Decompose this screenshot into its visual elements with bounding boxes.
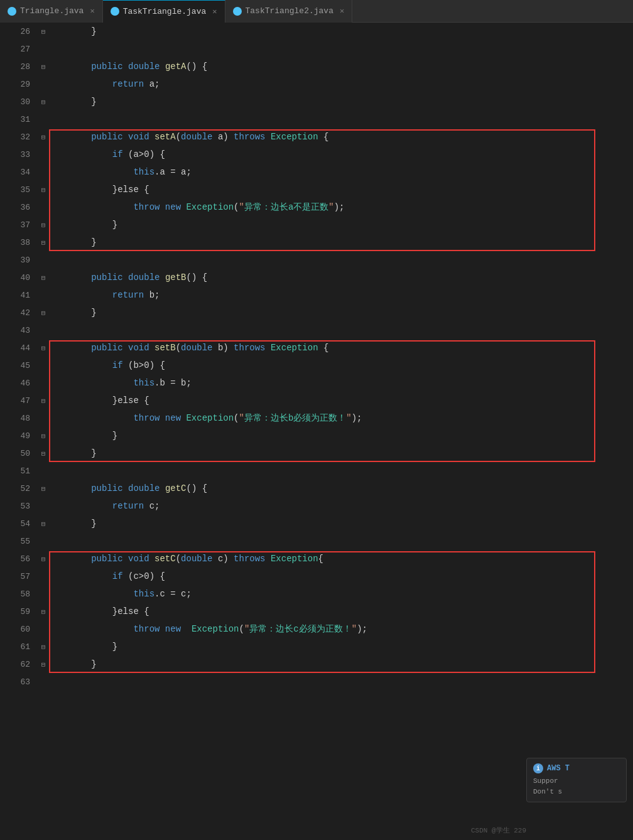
line-num: 53 <box>0 502 38 511</box>
line-row: 56 ⊟ public void setC(double c) throws E… <box>0 550 633 568</box>
line-num: 36 <box>0 203 38 212</box>
fold-icon[interactable]: ⊟ <box>38 309 49 317</box>
line-row: 48 throw new Exception("异常：边长b必须为正数！"); <box>0 409 633 427</box>
fold-icon[interactable]: ⊟ <box>38 221 49 229</box>
fold-icon[interactable]: ⊟ <box>38 485 49 493</box>
aws-tooltip-donts: Don't s <box>533 787 620 797</box>
line-num: 46 <box>0 379 38 388</box>
line-row: 43 <box>0 321 633 339</box>
fold-icon[interactable]: ⊟ <box>38 63 49 71</box>
line-row: 42 ⊟ } <box>0 304 633 321</box>
line-num: 61 <box>0 642 38 652</box>
fold-icon[interactable]: ⊟ <box>38 432 49 440</box>
tab-icon-tasktriangle2 <box>233 7 242 16</box>
tab-bar: Triangle.java ✕ TaskTriangle.java ✕ Task… <box>0 0 633 23</box>
tab-label-tasktriangle: TaskTriangle.java <box>123 7 207 16</box>
line-num: 39 <box>0 256 38 265</box>
line-row: 47 ⊟ }else { <box>0 392 633 409</box>
line-num: 49 <box>0 431 38 441</box>
line-num: 35 <box>0 185 38 195</box>
line-row: 52 ⊟ public double getC() { <box>0 480 633 497</box>
line-num: 59 <box>0 607 38 617</box>
fold-icon[interactable]: ⊟ <box>38 98 49 106</box>
fold-icon[interactable]: ⊟ <box>38 450 49 458</box>
line-row: 31 <box>0 110 633 128</box>
line-num: 58 <box>0 590 38 599</box>
line-num: 56 <box>0 554 38 564</box>
tab-triangle[interactable]: Triangle.java ✕ <box>0 0 103 23</box>
line-num: 44 <box>0 343 38 353</box>
line-row: 55 <box>0 532 633 550</box>
aws-tooltip[interactable]: i AWS T Suppor Don't s <box>526 758 627 802</box>
fold-icon[interactable]: ⊟ <box>38 28 49 36</box>
line-row: 26 ⊟ } <box>0 23 633 40</box>
line-num: 63 <box>0 677 38 687</box>
line-row: 57 if (c>0) { <box>0 568 633 585</box>
line-row: 35 ⊟ }else { <box>0 181 633 198</box>
tab-label-tasktriangle2: TaskTriangle2.java <box>246 6 333 16</box>
tab-icon-triangle <box>8 7 16 16</box>
line-row: 53 return c; <box>0 497 633 515</box>
line-num: 37 <box>0 220 38 230</box>
aws-info-icon: i <box>533 763 543 773</box>
fold-icon[interactable]: ⊟ <box>38 274 49 282</box>
line-row: 63 <box>0 673 633 691</box>
line-row: 44 ⊟ public void setB(double b) throws E… <box>0 339 633 357</box>
line-row: 46 this.b = b; <box>0 374 633 392</box>
tab-close-triangle[interactable]: ✕ <box>90 6 94 16</box>
line-num: 50 <box>0 449 38 458</box>
line-num: 60 <box>0 625 38 634</box>
line-num: 48 <box>0 414 38 423</box>
line-num: 57 <box>0 572 38 581</box>
line-num: 47 <box>0 396 38 406</box>
fold-icon[interactable]: ⊟ <box>38 133 49 141</box>
line-num: 32 <box>0 132 38 142</box>
line-row: 38 ⊟ } <box>0 234 633 251</box>
watermark: CSDN @学生 229 <box>471 826 526 835</box>
line-num: 40 <box>0 273 38 283</box>
line-row: 34 this.a = a; <box>0 163 633 181</box>
fold-icon[interactable]: ⊟ <box>38 344 49 352</box>
line-row: 37 ⊟ } <box>0 216 633 234</box>
tab-icon-tasktriangle <box>111 7 119 16</box>
fold-icon[interactable]: ⊟ <box>38 608 49 616</box>
line-num: 33 <box>0 150 38 159</box>
line-row: 30 ⊟ } <box>0 93 633 110</box>
line-num: 41 <box>0 291 38 300</box>
aws-tooltip-support: Suppor <box>533 776 620 787</box>
line-row: 61 ⊟ } <box>0 638 633 655</box>
line-num: 38 <box>0 238 38 247</box>
line-row: 45 if (b>0) { <box>0 357 633 374</box>
tab-label-triangle: Triangle.java <box>20 6 84 16</box>
line-row: 27 <box>0 40 633 58</box>
line-num: 26 <box>0 27 38 36</box>
aws-tooltip-title: AWS T <box>547 764 570 773</box>
tab-tasktriangle2[interactable]: TaskTriangle2.java ✕ <box>225 0 353 23</box>
editor: 26 ⊟ } 27 28 ⊟ public double getA() { 29… <box>0 23 633 840</box>
fold-icon[interactable]: ⊟ <box>38 555 49 563</box>
line-num: 31 <box>0 115 38 124</box>
fold-icon[interactable]: ⊟ <box>38 520 49 528</box>
code-area[interactable]: 26 ⊟ } 27 28 ⊟ public double getA() { 29… <box>0 23 633 840</box>
line-num: 30 <box>0 97 38 107</box>
line-row: 40 ⊟ public double getB() { <box>0 269 633 286</box>
line-num: 29 <box>0 80 38 89</box>
line-num: 27 <box>0 45 38 54</box>
line-row: 28 ⊟ public double getA() { <box>0 58 633 75</box>
line-row: 59 ⊟ }else { <box>0 603 633 620</box>
tab-close-tasktriangle[interactable]: ✕ <box>212 7 217 16</box>
fold-icon[interactable]: ⊟ <box>38 239 49 247</box>
tab-tasktriangle[interactable]: TaskTriangle.java ✕ <box>103 0 225 23</box>
fold-icon[interactable]: ⊟ <box>38 397 49 405</box>
fold-icon[interactable]: ⊟ <box>38 660 49 669</box>
line-num: 62 <box>0 660 38 669</box>
fold-icon[interactable]: ⊟ <box>38 643 49 651</box>
tab-close-tasktriangle2[interactable]: ✕ <box>340 6 344 16</box>
line-row: 41 return b; <box>0 286 633 304</box>
line-num: 51 <box>0 466 38 476</box>
fold-icon[interactable]: ⊟ <box>38 186 49 194</box>
line-row: 49 ⊟ } <box>0 427 633 444</box>
line-row: 58 this.c = c; <box>0 585 633 603</box>
line-num: 28 <box>0 62 38 72</box>
line-row: 36 throw new Exception("异常：边长a不是正数"); <box>0 198 633 216</box>
